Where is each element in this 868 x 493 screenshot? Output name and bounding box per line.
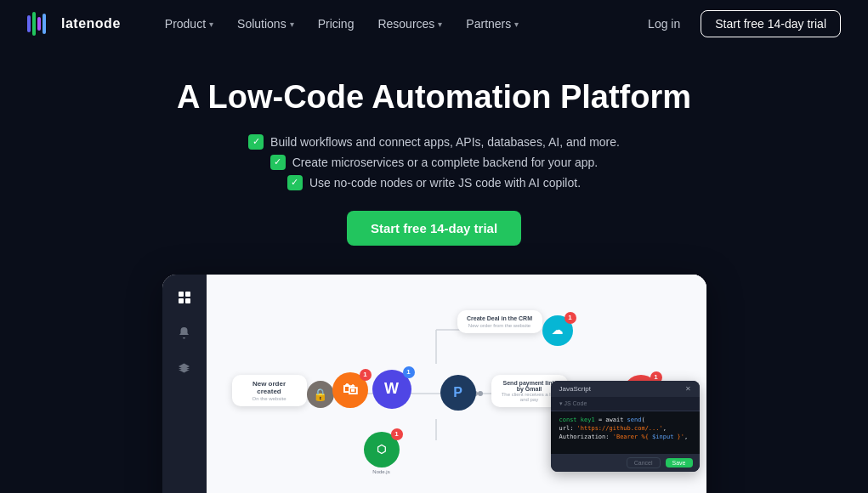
svg-rect-4 (179, 292, 184, 297)
trigger-node[interactable]: New order created On the website (232, 375, 307, 406)
hero-feature-3: ✓ Use no-code nodes or write JS code wit… (287, 175, 581, 190)
workflow-canvas: New order created On the website 🔒 🛍 1 (207, 275, 706, 493)
sidebar-bell-icon[interactable] (175, 324, 194, 343)
svg-rect-0 (27, 15, 31, 32)
nav-item-partners[interactable]: Partners ▾ (456, 12, 529, 36)
sidebar-layers-icon[interactable] (175, 360, 194, 378)
nav-item-resources[interactable]: Resources ▾ (367, 12, 452, 36)
dashboard-container: New order created On the website 🔒 🛍 1 (162, 275, 706, 493)
nav-item-solutions[interactable]: Solutions ▾ (227, 12, 304, 36)
svg-rect-6 (179, 298, 184, 303)
svg-rect-1 (32, 12, 36, 36)
svg-rect-7 (185, 298, 190, 303)
hero-features: ✓ Build workflows and connect apps, APIs… (17, 134, 851, 190)
login-button[interactable]: Log in (638, 12, 690, 36)
webhook-node[interactable]: 🔒 (307, 381, 334, 408)
paypal-node[interactable]: P (440, 375, 476, 411)
nav-links: Product ▾ Solutions ▾ Pricing Resources … (155, 12, 638, 36)
chevron-down-icon: ▾ (514, 20, 519, 29)
js-panel-close-icon[interactable]: ✕ (685, 385, 691, 393)
start-trial-button[interactable]: Start free 14-day trial (701, 10, 841, 37)
chevron-down-icon: ▾ (209, 20, 213, 29)
webflow-node[interactable]: W 1 (372, 370, 411, 409)
logo[interactable]: latenode (27, 12, 121, 36)
js-panel-footer: Cancel Save (551, 454, 700, 472)
svg-rect-2 (37, 17, 41, 31)
woocommerce-node[interactable]: 🛍 1 (332, 372, 368, 408)
hero-section: A Low-Code Automation Platform ✓ Build w… (0, 48, 868, 266)
check-icon: ✓ (248, 134, 264, 150)
svg-point-16 (478, 391, 483, 396)
chevron-down-icon: ▾ (290, 20, 294, 29)
svg-rect-3 (43, 14, 46, 34)
dashboard-sidebar (162, 275, 207, 493)
chevron-down-icon: ▾ (438, 20, 442, 29)
navigation: latenode Product ▾ Solutions ▾ Pricing R… (0, 0, 868, 48)
js-cancel-button[interactable]: Cancel (627, 457, 661, 468)
hero-feature-2: ✓ Create microservices or a complete bac… (270, 155, 599, 170)
logo-text: latenode (61, 16, 121, 31)
dashboard-preview: New order created On the website 🔒 🛍 1 (0, 275, 868, 493)
js-panel-section: ▾ JS Code (551, 397, 700, 411)
logo-icon (27, 12, 54, 36)
crm-node[interactable]: Create Deal in the CRM New order from th… (457, 310, 542, 333)
hero-cta-button[interactable]: Start free 14-day trial (347, 211, 521, 246)
hero-feature-1: ✓ Build workflows and connect apps, APIs… (248, 134, 620, 150)
nav-item-pricing[interactable]: Pricing (308, 12, 365, 36)
js-save-button[interactable]: Save (666, 458, 693, 468)
js-panel-header: JavaScript ✕ (551, 381, 700, 397)
crm-icon-node[interactable]: ☁ 1 (542, 315, 573, 346)
check-icon: ✓ (270, 155, 286, 170)
check-icon: ✓ (287, 175, 303, 190)
svg-rect-5 (185, 292, 190, 297)
nav-item-product[interactable]: Product ▾ (155, 12, 224, 36)
nodejs-node[interactable]: ⬡ 1 Node.js (364, 432, 400, 474)
dashboard-main: New order created On the website 🔒 🛍 1 (207, 275, 706, 493)
js-code-panel: JavaScript ✕ ▾ JS Code const key1 = awai… (551, 381, 700, 472)
sidebar-grid-icon[interactable] (175, 288, 194, 307)
js-code-area[interactable]: const key1 = await send( url: 'https://g… (551, 411, 700, 454)
hero-title: A Low-Code Automation Platform (17, 78, 851, 117)
nav-right: Log in Start free 14-day trial (638, 10, 841, 37)
